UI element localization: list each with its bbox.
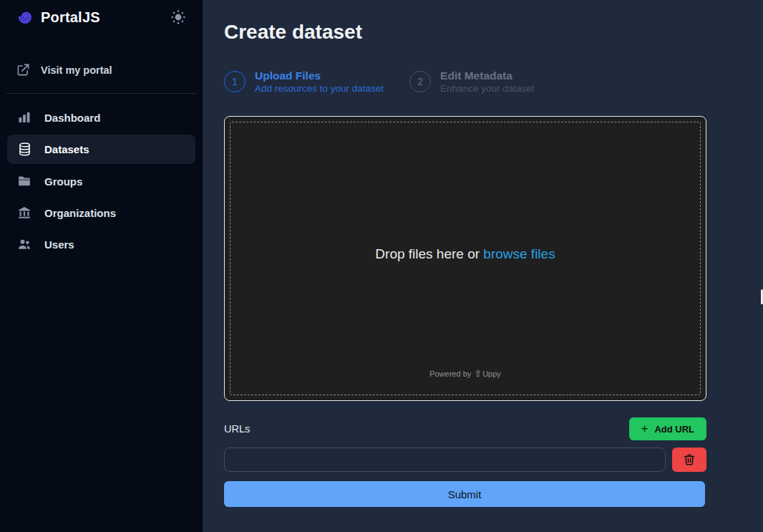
powered-by-label: Powered by	[429, 369, 471, 378]
powered-by-uppy-link[interactable]: Powered by⇧Uppy	[230, 368, 700, 379]
drop-prompt: Drop files here or browse files	[230, 246, 700, 262]
bar-chart-icon	[16, 110, 32, 125]
folder-icon	[16, 174, 32, 188]
sidebar-item-label: Dashboard	[44, 112, 100, 124]
sidebar-item-datasets[interactable]: Datasets	[7, 135, 195, 164]
step-subtitle: Enhance your dataset	[440, 83, 534, 94]
step-number-badge: 2	[409, 71, 431, 92]
wizard-steps: 1 Upload Files Add resources to your dat…	[224, 69, 706, 94]
powered-by-brand: Uppy	[482, 369, 501, 378]
brand-logo[interactable]: PortalJS	[16, 8, 100, 26]
step-title: Edit Metadata	[440, 69, 534, 82]
file-dropzone[interactable]: Drop files here or browse files Powered …	[224, 116, 706, 401]
theme-toggle-button[interactable]	[170, 9, 187, 26]
dropzone-dashed-area: Drop files here or browse files Powered …	[230, 122, 701, 395]
sidebar-item-label: Users	[44, 238, 74, 251]
submit-button[interactable]: Submit	[224, 481, 705, 507]
browse-files-link[interactable]: browse files	[483, 246, 555, 261]
sidebar-nav: Dashboard Datasets Groups	[0, 94, 203, 268]
sun-icon	[170, 9, 187, 26]
add-url-label: Add URL	[654, 424, 694, 435]
url-input[interactable]	[224, 448, 666, 472]
database-icon	[16, 142, 32, 157]
sidebar: PortalJS Visit my portal	[0, 0, 203, 532]
sidebar-header: PortalJS	[0, 0, 203, 34]
page-title: Create dataset	[224, 21, 706, 44]
sidebar-item-users[interactable]: Users	[7, 230, 195, 258]
brand-name: PortalJS	[41, 9, 100, 26]
step-subtitle: Add resources to your dataset	[255, 83, 384, 94]
external-link-icon	[16, 63, 30, 77]
spiral-logo-icon	[16, 8, 34, 26]
visit-portal-link[interactable]: Visit my portal	[0, 59, 203, 81]
urls-label: URLs	[224, 423, 250, 435]
users-icon	[16, 237, 32, 251]
delete-url-button[interactable]	[672, 448, 706, 472]
sidebar-item-label: Organizations	[44, 207, 116, 219]
step-number-badge: 1	[224, 71, 246, 92]
trash-icon	[683, 453, 696, 466]
visit-portal-label: Visit my portal	[41, 64, 112, 76]
add-url-button[interactable]: + Add URL	[629, 417, 706, 440]
sidebar-item-label: Datasets	[44, 143, 89, 155]
bank-icon	[16, 205, 32, 220]
submit-label: Submit	[448, 488, 482, 500]
step-title: Upload Files	[255, 69, 384, 82]
main-content: Create dataset 1 Upload Files Add resour…	[203, 0, 763, 532]
sidebar-item-organizations[interactable]: Organizations	[7, 198, 195, 227]
step-upload-files[interactable]: 1 Upload Files Add resources to your dat…	[224, 69, 384, 94]
step-edit-metadata[interactable]: 2 Edit Metadata Enhance your dataset	[409, 69, 534, 94]
sidebar-item-groups[interactable]: Groups	[7, 167, 195, 195]
sidebar-item-label: Groups	[44, 175, 82, 188]
plus-icon: +	[641, 423, 648, 435]
drop-prompt-text: Drop files here or	[375, 246, 483, 261]
sidebar-item-dashboard[interactable]: Dashboard	[7, 103, 195, 132]
uppy-logo-icon: ⇧	[474, 368, 482, 379]
